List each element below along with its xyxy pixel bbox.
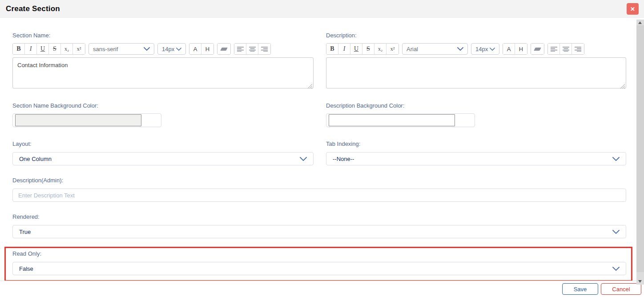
close-button[interactable]: ✕ bbox=[627, 3, 639, 15]
description-textarea[interactable] bbox=[326, 57, 626, 88]
underline-button[interactable]: U bbox=[350, 44, 362, 54]
subscript-button[interactable]: x₂ bbox=[374, 44, 386, 54]
cancel-button[interactable]: Cancel bbox=[601, 283, 641, 295]
clear-format-group bbox=[217, 43, 231, 55]
section-name-bg-color-field: Section Name Background Color: bbox=[12, 90, 314, 127]
chevron-down-icon bbox=[300, 157, 307, 161]
admin-description-label: Description(Admin): bbox=[12, 177, 626, 184]
format-button-group: B I U S x₂ x² bbox=[326, 43, 399, 55]
scrollbar-down-arrow-icon[interactable] bbox=[638, 280, 642, 283]
section-name-bg-color-label: Section Name Background Color: bbox=[12, 102, 314, 109]
vertical-scrollbar[interactable] bbox=[636, 20, 644, 285]
font-family-select[interactable]: sans-serif bbox=[89, 43, 154, 55]
align-center-icon bbox=[249, 47, 256, 52]
align-right-icon bbox=[575, 47, 581, 52]
section-name-bg-color-container bbox=[12, 113, 161, 127]
section-name-bg-color-input[interactable] bbox=[15, 114, 141, 126]
chevron-down-icon bbox=[612, 267, 620, 271]
align-center-icon bbox=[563, 47, 569, 52]
italic-button[interactable]: I bbox=[25, 44, 37, 54]
read-only-field: Read Only: False bbox=[12, 250, 626, 275]
clear-format-group bbox=[531, 43, 544, 55]
font-size-select[interactable]: 14px bbox=[471, 43, 499, 55]
close-icon: ✕ bbox=[630, 6, 635, 12]
bold-button[interactable]: B bbox=[326, 44, 338, 54]
superscript-button[interactable]: x² bbox=[386, 44, 398, 54]
subscript-button[interactable]: x₂ bbox=[61, 44, 73, 54]
align-right-button[interactable] bbox=[572, 44, 584, 54]
description-label: Description: bbox=[326, 32, 626, 39]
strikethrough-button[interactable]: S bbox=[49, 44, 61, 54]
clear-format-button[interactable] bbox=[217, 44, 230, 54]
modal-footer: Save Cancel bbox=[0, 281, 644, 297]
align-right-button[interactable] bbox=[258, 44, 270, 54]
layout-select[interactable]: One Column bbox=[12, 152, 314, 165]
modal-header: Create Section ✕ bbox=[0, 0, 644, 18]
text-color-button[interactable]: A bbox=[189, 44, 201, 54]
underline-button[interactable]: U bbox=[37, 44, 49, 54]
text-color-button[interactable]: A bbox=[503, 44, 515, 54]
modal-body: Section Name: B I U S x₂ x² sans-serif bbox=[0, 18, 644, 281]
rendered-label: Rendered: bbox=[12, 213, 626, 220]
chevron-down-icon bbox=[612, 230, 620, 234]
align-left-button[interactable] bbox=[548, 44, 560, 54]
align-button-group bbox=[547, 43, 584, 55]
chevron-down-icon bbox=[612, 157, 620, 161]
layout-value: One Column bbox=[19, 156, 52, 162]
superscript-button[interactable]: x² bbox=[73, 44, 85, 54]
highlight-button[interactable]: H bbox=[515, 44, 527, 54]
rendered-select[interactable]: True bbox=[12, 225, 626, 238]
bold-button[interactable]: B bbox=[13, 44, 25, 54]
rendered-value: True bbox=[19, 229, 31, 235]
section-name-textarea[interactable]: Contact Information bbox=[12, 57, 314, 88]
description-editor: Description: B I U S x₂ x² Arial bbox=[326, 18, 626, 90]
modal-title: Create Section bbox=[6, 4, 60, 13]
tab-indexing-value: --None-- bbox=[333, 156, 354, 162]
align-left-button[interactable] bbox=[234, 44, 246, 54]
read-only-value: False bbox=[19, 265, 33, 272]
create-section-modal: Create Section ✕ Section Name: B I U S bbox=[0, 0, 644, 297]
color-button-group: A H bbox=[189, 43, 214, 55]
layout-field: Layout: One Column bbox=[12, 127, 314, 165]
section-name-editor: Section Name: B I U S x₂ x² sans-serif bbox=[12, 18, 314, 90]
admin-description-input[interactable] bbox=[12, 189, 626, 202]
format-button-group: B I U S x₂ x² bbox=[12, 43, 85, 55]
scrollbar-thumb[interactable] bbox=[636, 25, 644, 272]
align-center-button[interactable] bbox=[246, 44, 258, 54]
scrollbar-up-arrow-icon[interactable] bbox=[638, 21, 642, 24]
description-bg-color-field: Description Background Color: bbox=[326, 90, 626, 127]
read-only-label: Read Only: bbox=[12, 250, 626, 257]
chevron-down-icon bbox=[144, 47, 150, 51]
font-family-select[interactable]: Arial bbox=[402, 43, 468, 55]
save-button[interactable]: Save bbox=[562, 283, 598, 295]
align-center-button[interactable] bbox=[560, 44, 572, 54]
description-bg-color-label: Description Background Color: bbox=[326, 102, 626, 109]
chevron-down-icon bbox=[490, 48, 495, 51]
strikethrough-button[interactable]: S bbox=[362, 44, 374, 54]
layout-label: Layout: bbox=[12, 140, 314, 147]
align-button-group bbox=[234, 43, 271, 55]
admin-description-field: Description(Admin): bbox=[12, 177, 626, 202]
chevron-down-icon bbox=[457, 47, 463, 51]
rendered-field: Rendered: True bbox=[12, 213, 626, 238]
read-only-select[interactable]: False bbox=[12, 262, 626, 275]
description-bg-color-container bbox=[326, 113, 475, 127]
font-size-value: 14px bbox=[162, 46, 174, 52]
font-family-value: sans-serif bbox=[93, 46, 118, 52]
eraser-icon bbox=[220, 48, 228, 51]
font-size-select[interactable]: 14px bbox=[157, 43, 186, 55]
italic-button[interactable]: I bbox=[338, 44, 350, 54]
font-family-value: Arial bbox=[407, 46, 418, 52]
tab-indexing-select[interactable]: --None-- bbox=[326, 152, 626, 165]
clear-format-button[interactable] bbox=[531, 44, 544, 54]
highlight-button[interactable]: H bbox=[201, 44, 213, 54]
description-toolbar: B I U S x₂ x² Arial 14px bbox=[326, 43, 626, 55]
align-left-icon bbox=[551, 47, 557, 52]
align-right-icon bbox=[261, 47, 268, 52]
tab-indexing-field: Tab Indexing: --None-- bbox=[326, 127, 626, 165]
align-left-icon bbox=[237, 47, 244, 52]
read-only-highlight-rect: Read Only: False bbox=[4, 247, 632, 281]
font-size-value: 14px bbox=[475, 46, 488, 52]
description-bg-color-input[interactable] bbox=[329, 114, 455, 126]
section-name-toolbar: B I U S x₂ x² sans-serif 14px bbox=[12, 43, 314, 55]
